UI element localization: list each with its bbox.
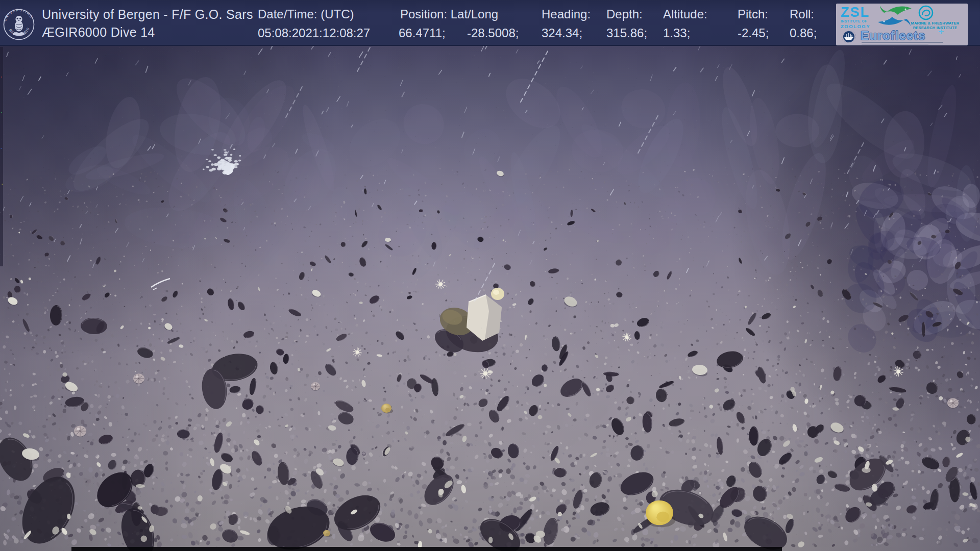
seafloor-scene	[0, 0, 980, 551]
owl-seal-icon: UNIVERSITAS BERGENSIS	[3, 3, 35, 45]
ship-icon	[841, 29, 856, 45]
depth-label: Depth:	[606, 7, 643, 21]
eurofleets-plus: +	[938, 26, 944, 37]
owl-icon	[13, 16, 24, 36]
rov-video-frame: UNIVERSITAS BERGENSIS University of Ber	[0, 0, 980, 551]
vessel-title: University of Bergen - F/F G.O. Sars	[42, 6, 253, 23]
title-block: University of Bergen - F/F G.O. Sars ÆGI…	[42, 6, 253, 41]
altitude-label: Altitude:	[663, 7, 707, 21]
zsl-wordmark: ZSL	[841, 6, 870, 19]
telemetry-overlay-bar: UNIVERSITAS BERGENSIS University of Ber	[0, 0, 980, 46]
datetime-field: Date/Time: (UTC) 05:08:2021:12:08:27	[258, 0, 360, 46]
depth-value: 315.86;	[606, 26, 647, 40]
datetime-label: Date/Time: (UTC)	[258, 7, 354, 21]
partner-logos-panel: ZSL INSTITUTE OF ZOOLOGY	[836, 4, 968, 45]
zsl-logo: ZSL INSTITUTE OF ZOOLOGY	[841, 6, 870, 29]
eurofleets-wordmark: Eurofleets	[861, 29, 925, 43]
datetime-value: 05:08:2021:12:08:27	[258, 26, 370, 40]
roll-value: 0.86;	[790, 26, 817, 40]
longitude-value: -28.5008;	[467, 26, 519, 40]
roll-label: Roll:	[790, 7, 814, 21]
zsl-subtitle-1: INSTITUTE OF	[841, 20, 870, 23]
altitude-value: 1.33;	[663, 26, 690, 40]
pitch-label: Pitch:	[738, 7, 768, 21]
mfri-whale-icon	[918, 5, 934, 23]
heading-label: Heading:	[542, 7, 591, 21]
pitch-value: -2.45;	[738, 26, 769, 40]
position-label: Position: Lat/Long	[400, 7, 498, 21]
eurofleets-logo: Eurofleets +	[840, 28, 965, 44]
heading-value: 324.34;	[542, 26, 582, 40]
university-of-bergen-seal: UNIVERSITAS BERGENSIS	[3, 3, 35, 45]
dive-title: ÆGIR6000 Dive 14	[42, 23, 253, 41]
eurofleets-tagline-lines	[862, 42, 943, 45]
latitude-value: 66.4711;	[399, 26, 446, 40]
